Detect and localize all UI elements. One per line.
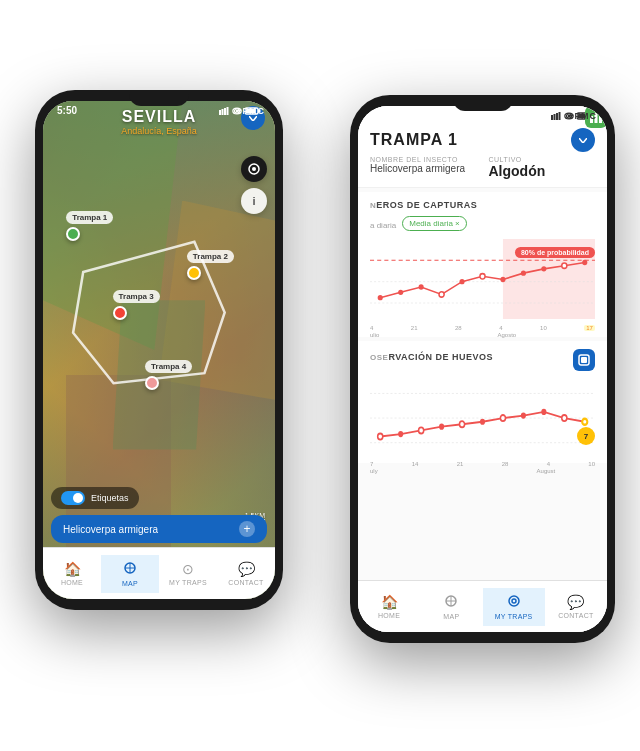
fmc-logo-left: +FMC	[236, 106, 265, 116]
svg-rect-2	[224, 108, 226, 115]
nav-mytraps-label: MY TRAPS	[169, 579, 207, 586]
eggs-section: OSERVACIÓN DE HUEVOS	[358, 341, 607, 463]
svg-point-42	[562, 263, 567, 268]
nav-home[interactable]: 🏠 HOME	[43, 555, 101, 592]
labels-toggle[interactable]: Etiquetas	[51, 487, 139, 509]
svg-rect-28	[599, 111, 602, 123]
right-nav-home[interactable]: 🏠 HOME	[358, 588, 420, 625]
captures-chart: 80% de probabilidad	[370, 239, 595, 329]
toggle-switch[interactable]	[61, 491, 85, 505]
scene: 5:50 +FMC SEVILLA Andalucía, España	[0, 0, 640, 751]
svg-rect-1	[222, 109, 224, 115]
right-nav-map[interactable]: MAP	[420, 588, 482, 626]
map-info-button[interactable]: i	[241, 188, 267, 214]
nav-contact-label: CONTACT	[228, 579, 263, 586]
right-mytraps-icon	[507, 594, 521, 611]
right-nav-mytraps[interactable]: MY TRAPS	[483, 588, 545, 626]
nav-mytraps[interactable]: ⊙ MY TRAPS	[159, 555, 217, 592]
insect-bar[interactable]: Helicoverpa armigera +	[51, 515, 267, 543]
svg-point-11	[252, 167, 256, 171]
eggs-chart: 7 7 14 21 28 4 10 uly	[370, 375, 595, 455]
detail-header: TRAMPA 1 NOMBRE DEL INSECTO Helicoverpa …	[358, 122, 607, 188]
captures-section: NEROS DE CAPTURAS a diaria Media diaria …	[358, 192, 607, 337]
status-time: 5:50	[57, 105, 77, 116]
left-bottom-nav: 🏠 HOME MAP ⊙ MY TRAPS 💬	[43, 547, 275, 599]
svg-point-63	[509, 596, 519, 606]
trap-1-marker[interactable]: Trampa 1	[66, 211, 113, 241]
right-nav-home-label: HOME	[378, 612, 400, 619]
right-nav-mytraps-label: MY TRAPS	[495, 613, 533, 620]
media-badge[interactable]: Media diaria ×	[402, 216, 466, 231]
trap-3-label: Trampa 3	[113, 290, 160, 303]
svg-point-35	[419, 284, 424, 289]
svg-point-59	[582, 419, 587, 425]
trap-2-marker[interactable]: Trampa 2	[187, 250, 234, 280]
circle-badge: 7	[577, 427, 595, 445]
insect-name: Helicoverpa armigera	[63, 524, 158, 535]
crop-value: Algodón	[489, 163, 596, 179]
trap-3-marker[interactable]: Trampa 3	[113, 290, 160, 320]
add-insect-button[interactable]: +	[239, 521, 255, 537]
labels-text: Etiquetas	[91, 493, 129, 503]
daily-label: a diaria	[370, 221, 396, 230]
svg-point-41	[541, 266, 546, 271]
svg-point-53	[459, 421, 464, 427]
svg-point-37	[459, 279, 464, 284]
contact-icon: 💬	[238, 561, 255, 577]
svg-point-36	[439, 292, 444, 297]
svg-point-38	[480, 274, 485, 279]
right-bottom-nav: 🏠 HOME MAP MY TRAPS	[358, 580, 607, 632]
svg-point-40	[521, 270, 526, 275]
svg-point-58	[562, 415, 567, 421]
svg-point-49	[378, 433, 383, 439]
svg-point-55	[500, 415, 505, 421]
crop-label: CULTIVO	[489, 156, 596, 163]
map-bottom-controls: Etiquetas Helicoverpa armigera +	[51, 487, 267, 543]
city-subtitle: Andalucía, España	[43, 126, 275, 136]
svg-point-33	[378, 295, 383, 300]
map-controls: i	[241, 156, 267, 214]
trap-4-label: Trampa 4	[145, 360, 192, 373]
svg-point-39	[500, 277, 505, 282]
svg-rect-19	[559, 112, 561, 120]
insect-label: NOMBRE DEL INSECTO	[370, 156, 477, 163]
eggs-title: OSERVACIÓN DE HUEVOS	[370, 352, 493, 362]
trap-1-dot	[66, 227, 80, 241]
mytraps-icon: ⊙	[182, 561, 194, 577]
right-contact-icon: 💬	[567, 594, 584, 610]
right-home-icon: 🏠	[381, 594, 398, 610]
svg-rect-16	[551, 115, 553, 120]
map-mode-button[interactable]	[241, 156, 267, 182]
svg-point-56	[521, 413, 526, 419]
svg-point-64	[512, 599, 516, 603]
trap-3-dot	[113, 306, 127, 320]
detail-meta: NOMBRE DEL INSECTO Helicoverpa armigera …	[370, 156, 595, 179]
svg-rect-0	[219, 110, 221, 115]
right-nav-contact[interactable]: 💬 CONTACT	[545, 588, 607, 625]
svg-point-50	[398, 431, 403, 437]
svg-point-34	[398, 290, 403, 295]
svg-rect-18	[556, 113, 558, 120]
svg-rect-45	[581, 357, 587, 363]
nav-map[interactable]: MAP	[101, 555, 159, 593]
right-phone: +FMC TRAMPA 1 NOMBRE DEL INSECTO Helicov…	[350, 95, 615, 643]
nav-contact[interactable]: 💬 CONTACT	[217, 555, 275, 592]
obs-icon[interactable]	[573, 349, 595, 371]
captures-title: NEROS DE CAPTURAS	[370, 200, 477, 210]
svg-rect-3	[227, 107, 229, 115]
probability-badge: 80% de probabilidad	[515, 247, 595, 258]
home-icon: 🏠	[64, 561, 81, 577]
left-phone: 5:50 +FMC SEVILLA Andalucía, España	[35, 90, 283, 610]
insect-value: Helicoverpa armigera	[370, 163, 477, 174]
trap-1-label: Trampa 1	[66, 211, 113, 224]
nav-home-label: HOME	[61, 579, 83, 586]
detail-screen: +FMC TRAMPA 1 NOMBRE DEL INSECTO Helicov…	[358, 106, 607, 632]
right-nav-contact-label: CONTACT	[558, 612, 593, 619]
nav-map-label: MAP	[122, 580, 138, 587]
trap-dropdown-button[interactable]	[571, 128, 595, 152]
svg-point-57	[541, 409, 546, 415]
trap-2-label: Trampa 2	[187, 250, 234, 263]
right-nav-map-label: MAP	[443, 613, 459, 620]
trap-4-marker[interactable]: Trampa 4	[145, 360, 192, 390]
trap-2-dot	[187, 266, 201, 280]
